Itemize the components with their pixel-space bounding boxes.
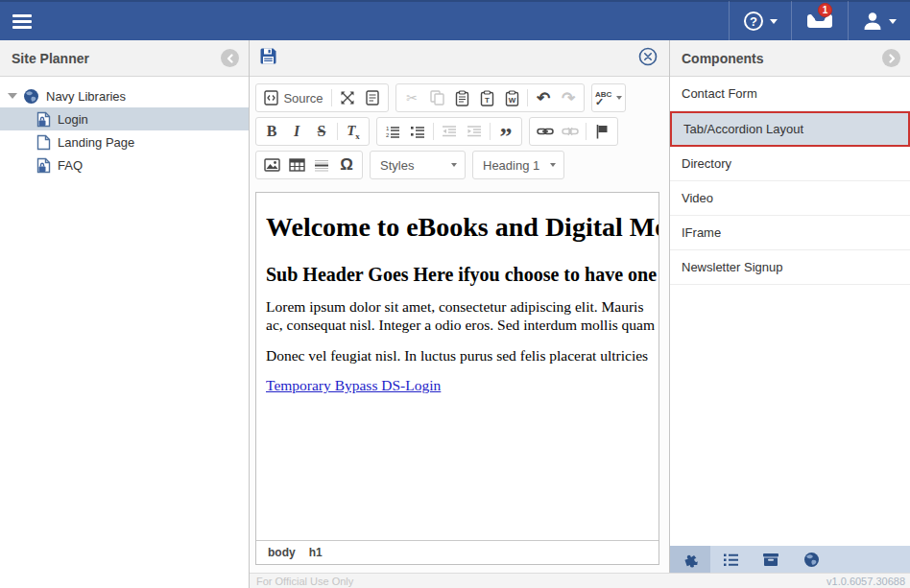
bold-icon: B [267,123,277,140]
element-path-bar: body h1 [256,540,659,564]
page-icon [36,134,51,151]
component-item-contact-form[interactable]: Contact Form [670,77,910,111]
remove-format-icon: Tx [347,123,360,141]
component-item-tab-accordion-layout[interactable]: Tab/Accordion Layout [670,111,910,147]
close-icon [638,47,658,66]
element-path-body[interactable]: body [268,546,296,559]
tree-node-page-login[interactable]: Login [0,107,249,130]
globe-icon [803,552,820,568]
user-icon [862,11,883,32]
locked-page-icon [36,157,51,174]
styles-dropdown-value: Styles [380,158,414,173]
italic-button[interactable]: I [284,119,309,144]
bold-button[interactable]: B [259,119,284,144]
italic-icon: I [294,123,299,140]
flag-icon [595,124,609,139]
tree-node-site-root[interactable]: Navy Libraries [0,84,249,107]
document-icon [366,90,379,106]
component-item-video[interactable]: Video [670,181,910,216]
cut-button[interactable]: ✂ [399,85,424,110]
indent-icon [467,125,482,138]
list-icon [723,553,739,567]
save-button[interactable] [259,47,277,69]
bulleted-list-button[interactable] [405,119,430,144]
numbered-list-icon: 1 2 [385,125,400,138]
document-paragraph-1[interactable]: Lorem ipsum dolor sit amet, consectetur … [266,297,659,335]
document-link[interactable]: Temporary Bypass DS-Login [266,377,441,393]
redo-button[interactable]: ↷ [556,85,581,110]
tree-node-label: Landing Page [58,135,134,150]
tab-list[interactable] [710,546,751,573]
tab-components[interactable] [670,546,710,573]
collapse-panel-button[interactable] [221,49,239,67]
user-menu-button[interactable] [848,1,910,41]
decrease-indent-button[interactable] [437,119,462,144]
styles-dropdown[interactable]: Styles [370,151,466,179]
insert-link-button[interactable] [533,119,558,144]
svg-text:1: 1 [386,126,390,131]
tab-site[interactable] [791,546,831,573]
undo-button[interactable]: ↶ [531,85,556,110]
horizontal-rule-button[interactable] [309,153,334,177]
expand-panel-button[interactable] [882,49,900,67]
chevron-left-icon [226,54,235,63]
tree-node-page-landing-page[interactable]: Landing Page [0,130,249,153]
component-item-newsletter-signup[interactable]: Newsletter Signup [670,250,910,285]
app-window: ? 1 Site Plan [0,0,910,588]
anchor-button[interactable] [589,119,614,144]
help-icon: ? [743,11,764,32]
paste-text-icon: T [480,90,494,106]
special-character-button[interactable]: Ω [334,153,359,177]
component-item-directory[interactable]: Directory [670,147,910,181]
document-paragraph-2[interactable]: Donec vel feugiat nisl. In luctus purus … [266,346,659,365]
undo-icon: ↶ [537,88,550,108]
link-icon [537,126,554,137]
tab-archive[interactable] [751,546,791,573]
element-path-h1[interactable]: h1 [309,546,323,559]
source-icon [264,90,278,106]
expand-collapse-icon[interactable] [8,93,17,99]
notifications-button[interactable]: 1 [791,1,848,41]
maximize-icon [340,90,355,106]
blockquote-icon: ” [500,132,513,142]
editor-content-area[interactable]: Welcome to eBooks and Digital Media Sub … [256,193,659,540]
component-item-iframe[interactable]: IFrame [670,216,910,250]
svg-text:T: T [485,96,490,105]
components-title: Components [682,51,764,66]
site-tree: Navy Libraries Login Landing Page [0,77,249,176]
maximize-button[interactable] [335,85,360,110]
paste-button[interactable] [449,85,474,110]
image-icon [264,158,280,172]
status-footer: For Official Use Only v1.0.6057.30688 [250,573,910,588]
tree-node-page-faq[interactable]: FAQ [0,153,249,176]
classification-banner: For Official Use Only [256,576,353,587]
copy-button[interactable] [424,85,449,110]
spellcheck-icon: ABC ✓ [595,91,622,106]
svg-text:?: ? [750,14,757,29]
document-heading[interactable]: Welcome to eBooks and Digital Media [266,212,659,243]
chevron-down-icon [451,163,457,167]
unlink-button[interactable] [558,119,583,144]
notification-badge: 1 [818,3,832,17]
svg-text:2: 2 [386,132,390,138]
close-editor-button[interactable] [638,47,658,70]
menu-button[interactable] [0,1,44,41]
numbered-list-button[interactable]: 1 2 [380,119,405,144]
tree-node-label: Login [58,112,88,127]
insert-table-button[interactable] [284,153,309,177]
document-subheading[interactable]: Sub Header Goes Here ifyou choose to hav… [266,264,659,286]
spellcheck-button[interactable]: ABC ✓ [595,85,622,110]
paste-from-word-button[interactable]: W [499,85,524,110]
paragraph-format-dropdown[interactable]: Heading 1 [472,151,564,179]
help-menu-button[interactable]: ? [729,1,791,41]
paste-as-text-button[interactable]: T [474,85,499,110]
blockquote-button[interactable]: ” [493,119,518,144]
site-planner-title: Site Planner [12,51,89,66]
source-button[interactable]: Source [259,85,328,110]
strikethrough-button[interactable]: S [309,119,334,144]
increase-indent-button[interactable] [462,119,487,144]
show-blocks-button[interactable] [360,85,385,110]
panel-tab-bar [670,545,910,573]
insert-image-button[interactable] [259,153,284,177]
remove-format-button[interactable]: Tx [341,119,366,144]
